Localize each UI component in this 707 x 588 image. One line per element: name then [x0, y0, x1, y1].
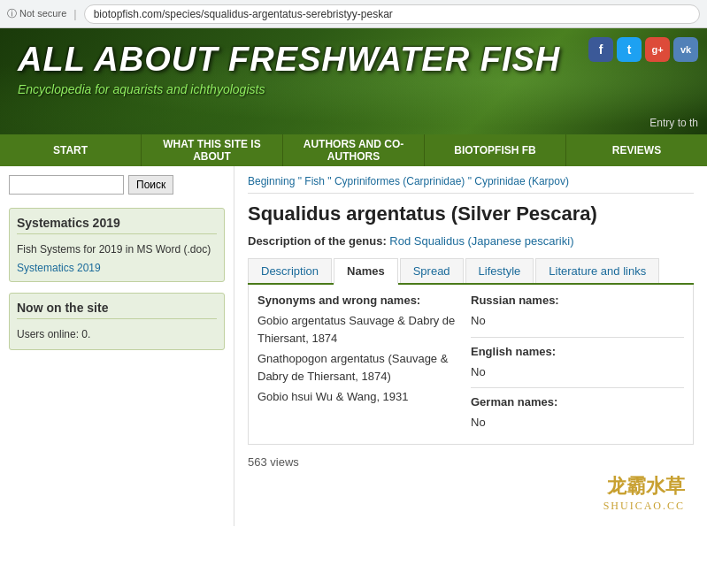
nav-fb[interactable]: BIOTOPFISH FB	[425, 134, 566, 166]
breadcrumb-fish[interactable]: " Fish "	[298, 175, 334, 187]
divider2	[471, 387, 684, 388]
security-icon: ⓘ Not secure	[7, 7, 66, 20]
watermark-chinese: 龙霸水草	[257, 473, 685, 500]
russian-names-col: Russian names: No English names: No Germ…	[471, 294, 684, 435]
users-online: Users online: 0.	[17, 326, 217, 342]
search-row: Поиск	[9, 175, 225, 195]
content-area: Beginning " Fish " Cypriniformes (Carpri…	[234, 166, 707, 526]
english-value: No	[471, 363, 684, 381]
url-bar[interactable]: biotopfish.com/species/squalidus-argenta…	[84, 4, 700, 24]
synonym-2: Gnathopogon argentatus (Sauvage & Dabry …	[257, 350, 471, 385]
systematics-title: Systematics 2019	[17, 216, 217, 234]
synonym-1: Gobio argentatus Sauvage & Dabry de Thie…	[257, 312, 471, 347]
names-grid: Synonyms and wrong names: Gobio argentat…	[257, 294, 684, 435]
breadcrumb-beginning[interactable]: Beginning	[248, 175, 295, 187]
page-title: Squalidus argentatus (Silver Pescara)	[248, 202, 694, 225]
nav-start[interactable]: START	[0, 134, 142, 166]
site-title: ALL ABOUT FRESHWATER FISH	[18, 42, 689, 79]
breadcrumb-cyprinidae[interactable]: " Cyprinidae (Karpov)	[468, 175, 569, 187]
synonyms-title: Synonyms and wrong names:	[257, 294, 471, 307]
description-line: Description of the genus: Rod Squalidus …	[248, 234, 694, 248]
online-title: Now on the site	[17, 301, 217, 319]
systematics-text: Fish Systems for 2019 in MS Word (.doc)	[17, 241, 217, 257]
watermark-sub: SHUICAO.CC	[257, 500, 685, 513]
search-button[interactable]: Поиск	[128, 175, 173, 195]
nav-about[interactable]: WHAT THIS SITE IS ABOUT	[142, 134, 283, 166]
breadcrumb-cypriniformes[interactable]: Cypriniformes (Carprinidae)	[334, 175, 465, 187]
breadcrumb: Beginning " Fish " Cypriniformes (Carpri…	[248, 175, 694, 194]
russian-value: No	[471, 312, 684, 330]
online-section: Now on the site Users online: 0.	[9, 293, 225, 350]
description-prefix: Description of the genus:	[248, 234, 387, 248]
entry-to: Entry to th	[649, 117, 698, 129]
tab-literature[interactable]: Literature and links	[535, 258, 659, 283]
tab-description[interactable]: Description	[248, 258, 332, 283]
german-value: No	[471, 414, 684, 431]
english-title: English names:	[471, 345, 684, 358]
tab-names[interactable]: Names	[334, 258, 398, 285]
synonyms-col: Synonyms and wrong names: Gobio argentat…	[257, 294, 471, 435]
tab-content-names: Synonyms and wrong names: Gobio argentat…	[248, 285, 694, 445]
systematics-link[interactable]: Systematics 2019	[17, 262, 101, 274]
views-count: 563 views	[248, 455, 694, 469]
site-subtitle: Encyclopedia for aquarists and ichthyolo…	[18, 82, 689, 96]
synonym-3: Gobio hsui Wu & Wang, 1931	[257, 388, 471, 406]
russian-title: Russian names:	[471, 294, 684, 307]
watermark: 龙霸水草 SHUICAO.CC	[248, 469, 694, 517]
nav-reviews[interactable]: REVIEWS	[566, 134, 707, 166]
species-tabs: Description Names Spread Lifestyle Liter…	[248, 258, 694, 285]
browser-bar: ⓘ Not secure | biotopfish.com/species/sq…	[0, 0, 707, 28]
site-header: f t g+ vk ALL ABOUT FRESHWATER FISH Ency…	[0, 28, 707, 134]
main-layout: Поиск Systematics 2019 Fish Systems for …	[0, 166, 707, 526]
sidebar: Поиск Systematics 2019 Fish Systems for …	[0, 166, 234, 526]
german-title: German names:	[471, 395, 684, 409]
divider	[471, 337, 684, 338]
nav-authors[interactable]: AUTHORS AND CO-AUTHORS	[283, 134, 425, 166]
main-nav: START WHAT THIS SITE IS ABOUT AUTHORS AN…	[0, 134, 707, 166]
security-label: Not secure	[19, 8, 66, 19]
tab-spread[interactable]: Spread	[400, 258, 464, 283]
tab-lifestyle[interactable]: Lifestyle	[465, 258, 534, 283]
search-input[interactable]	[9, 175, 124, 195]
genus-link[interactable]: Rod Squalidus (Japanese pescariki)	[389, 234, 573, 248]
systematics-section: Systematics 2019 Fish Systems for 2019 i…	[9, 208, 225, 282]
